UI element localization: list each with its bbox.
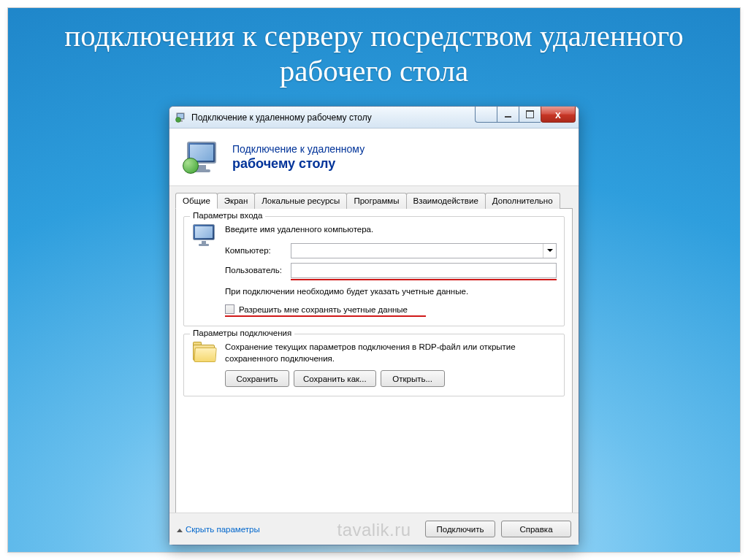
titlebar[interactable]: Подключение к удаленному рабочему столу … [169,107,579,129]
slide-frame: подключения к серверу посредством удален… [7,7,741,553]
chevron-down-icon[interactable] [543,244,556,258]
credentials-note: При подключении необходимо будет указать… [225,286,557,298]
tab-display[interactable]: Экран [217,193,255,209]
save-credentials-checkbox[interactable] [225,304,234,314]
tab-local-resources[interactable]: Локальные ресурсы [254,193,347,209]
tab-programs[interactable]: Программы [346,193,406,209]
save-as-button[interactable]: Сохранить как... [294,370,376,387]
close-button[interactable]: x [541,107,576,123]
user-label: Пользователь: [225,266,291,275]
header-line-1: Подключение к удаленному [232,142,365,156]
rdp-app-icon [175,112,187,123]
conn-group-title: Параметры подключения [190,329,294,337]
dialog-header: Подключение к удаленному рабочему столу [169,129,579,186]
save-credentials-label: Разрешить мне сохранять учетные данные [239,305,408,314]
tab-general[interactable]: Общие [175,193,218,209]
maximize-button[interactable] [519,107,541,123]
dialog-footer: Скрыть параметры Подключить Справка [169,513,579,545]
open-button[interactable]: Открыть... [381,370,445,387]
login-settings-group: Параметры входа Введите имя удаленного к… [183,216,565,326]
window-blank-button[interactable] [475,107,497,123]
computer-icon [191,224,219,250]
chevron-up-icon [177,525,186,534]
tab-experience[interactable]: Взаимодействие [406,193,486,209]
minimize-button[interactable] [497,107,519,123]
computer-combobox[interactable] [291,243,557,258]
folder-icon [191,342,219,365]
window-controls: x [475,103,576,123]
username-input[interactable] [291,263,557,278]
rdp-header-icon [183,140,224,175]
annotation-underline-user [291,279,557,280]
slide-title: подключения к серверу посредством удален… [8,18,740,89]
connect-button[interactable]: Подключить [425,521,495,537]
svg-point-4 [176,117,181,122]
save-button[interactable]: Сохранить [225,370,289,387]
computer-label: Компьютер: [225,246,291,255]
conn-group-text: Сохранение текущих параметров подключени… [225,342,557,364]
header-line-2: рабочему столу [232,156,365,172]
connection-settings-group: Параметры подключения Сохранение текущих… [183,334,565,396]
window-title: Подключение к удаленному рабочему столу [191,112,372,123]
login-intro-text: Введите имя удаленного компьютера. [225,224,557,236]
tab-panel-general: Параметры входа Введите имя удаленного к… [175,208,573,515]
rdp-dialog: Подключение к удаленному рабочему столу … [169,106,579,545]
tabstrip: Общие Экран Локальные ресурсы Программы … [175,193,573,209]
hide-options-link[interactable]: Скрыть параметры [177,525,260,534]
tab-advanced[interactable]: Дополнительно [485,193,560,209]
login-group-title: Параметры входа [190,211,265,220]
annotation-underline-checkbox [225,315,426,317]
help-button[interactable]: Справка [501,521,571,537]
